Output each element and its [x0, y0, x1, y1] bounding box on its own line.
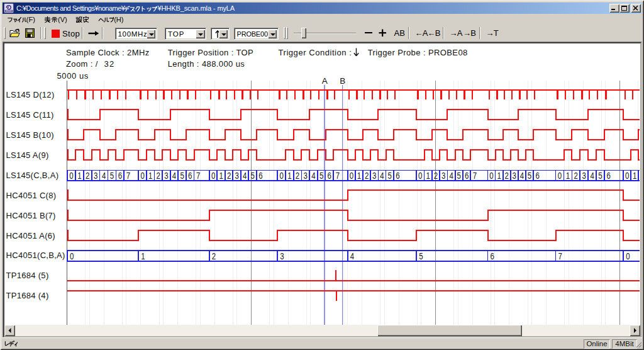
svg-text:0: 0 — [558, 171, 562, 181]
svg-text:5: 5 — [598, 171, 602, 181]
svg-text:5: 5 — [319, 171, 323, 181]
svg-text:Sample Clock : 2MHz: Sample Clock : 2MHz — [66, 48, 150, 57]
svg-text:3: 3 — [164, 171, 168, 181]
svg-text:7: 7 — [126, 171, 130, 181]
svg-text:6: 6 — [536, 171, 540, 181]
svg-text:5: 5 — [180, 171, 184, 181]
svg-text:5: 5 — [457, 171, 461, 181]
svg-text:2: 2 — [212, 251, 216, 261]
svg-text:Trigger Condition :: Trigger Condition : — [279, 48, 352, 57]
svg-text:3: 3 — [441, 171, 445, 181]
svg-text:7: 7 — [196, 171, 200, 181]
svg-text:6: 6 — [258, 171, 262, 181]
svg-text:1: 1 — [287, 171, 291, 181]
svg-text:0: 0 — [489, 171, 493, 181]
svg-text:LS145(C,B,A): LS145(C,B,A) — [6, 171, 59, 180]
svg-text:6: 6 — [328, 171, 331, 181]
svg-text:4: 4 — [449, 171, 453, 181]
svg-text:Trigger Position : TOP: Trigger Position : TOP — [168, 48, 253, 57]
svg-text:1: 1 — [357, 171, 361, 181]
svg-text:6: 6 — [607, 171, 611, 181]
svg-text:6: 6 — [396, 171, 399, 181]
svg-text:LS145 B(10): LS145 B(10) — [6, 130, 54, 140]
svg-text:7: 7 — [336, 171, 340, 181]
svg-text:0: 0 — [626, 251, 630, 261]
svg-text:4: 4 — [350, 251, 354, 261]
svg-text:7: 7 — [473, 171, 477, 181]
svg-text:Zoom : /: Zoom : / — [66, 59, 98, 69]
svg-text:0: 0 — [140, 171, 144, 181]
svg-text:B: B — [340, 76, 345, 86]
svg-text:5: 5 — [110, 171, 114, 181]
svg-text:1: 1 — [219, 171, 223, 181]
svg-text:4: 4 — [520, 171, 524, 181]
svg-text:0: 0 — [211, 171, 215, 181]
svg-text:A: A — [322, 76, 328, 86]
svg-text:2: 2 — [227, 171, 231, 181]
svg-text:3: 3 — [94, 171, 97, 181]
svg-text:5: 5 — [528, 171, 531, 181]
svg-text:0: 0 — [418, 171, 422, 181]
svg-text:6: 6 — [188, 171, 192, 181]
svg-text:4: 4 — [172, 171, 176, 181]
svg-text:4: 4 — [311, 171, 315, 181]
svg-text:5000 us: 5000 us — [57, 71, 89, 81]
svg-text:0: 0 — [69, 171, 73, 181]
svg-text:5: 5 — [387, 171, 391, 181]
svg-text:Trigger Probe : PROBE08: Trigger Probe : PROBE08 — [368, 48, 468, 57]
svg-text:1: 1 — [77, 171, 81, 181]
svg-text:2: 2 — [574, 171, 578, 181]
svg-text:4: 4 — [243, 171, 247, 181]
svg-text:3: 3 — [304, 171, 308, 181]
svg-text:1: 1 — [566, 171, 570, 181]
svg-text:6: 6 — [118, 171, 122, 181]
svg-text:3: 3 — [235, 171, 238, 181]
svg-text:HC4051(C,B,A): HC4051(C,B,A) — [6, 251, 65, 260]
svg-text:LS145 A(9): LS145 A(9) — [6, 150, 49, 160]
svg-text:2: 2 — [365, 171, 369, 181]
svg-text:0: 0 — [350, 171, 353, 181]
svg-text:LS145 C(11): LS145 C(11) — [6, 110, 54, 120]
svg-text:4: 4 — [102, 171, 106, 181]
svg-text:5: 5 — [250, 171, 254, 181]
svg-text:32: 32 — [104, 59, 115, 69]
svg-text:3: 3 — [280, 251, 284, 261]
svg-text:TP1684 (5): TP1684 (5) — [6, 271, 49, 280]
svg-text:HC4051 C(8): HC4051 C(8) — [6, 191, 57, 200]
svg-text:1: 1 — [426, 171, 430, 181]
svg-text:0: 0 — [279, 171, 283, 181]
svg-text:5: 5 — [419, 251, 423, 261]
svg-text:HC4051 A(6): HC4051 A(6) — [6, 231, 55, 240]
svg-text:4: 4 — [380, 171, 384, 181]
svg-text:0: 0 — [70, 251, 74, 261]
svg-text:2: 2 — [157, 171, 160, 181]
svg-text:3: 3 — [582, 171, 586, 181]
svg-text:7: 7 — [558, 251, 562, 261]
svg-text:1: 1 — [497, 171, 501, 181]
svg-text:2: 2 — [86, 171, 89, 181]
svg-text:1: 1 — [148, 171, 152, 181]
svg-text:2: 2 — [505, 171, 509, 181]
svg-text:Length : 488.000 us: Length : 488.000 us — [168, 59, 245, 69]
svg-text:6: 6 — [491, 251, 494, 261]
svg-text:TP1684 (4): TP1684 (4) — [6, 291, 49, 300]
svg-text:2: 2 — [296, 171, 299, 181]
svg-text:4: 4 — [591, 171, 594, 181]
svg-text:0: 0 — [625, 171, 629, 181]
svg-text:1: 1 — [633, 171, 636, 181]
svg-text:1: 1 — [141, 251, 145, 261]
svg-text:3: 3 — [513, 171, 516, 181]
svg-text:LS145 D(12): LS145 D(12) — [6, 90, 55, 99]
svg-text:2: 2 — [434, 171, 438, 181]
svg-text:6: 6 — [465, 171, 469, 181]
svg-text:3: 3 — [372, 171, 376, 181]
svg-text:HC4051 B(7): HC4051 B(7) — [6, 211, 56, 220]
